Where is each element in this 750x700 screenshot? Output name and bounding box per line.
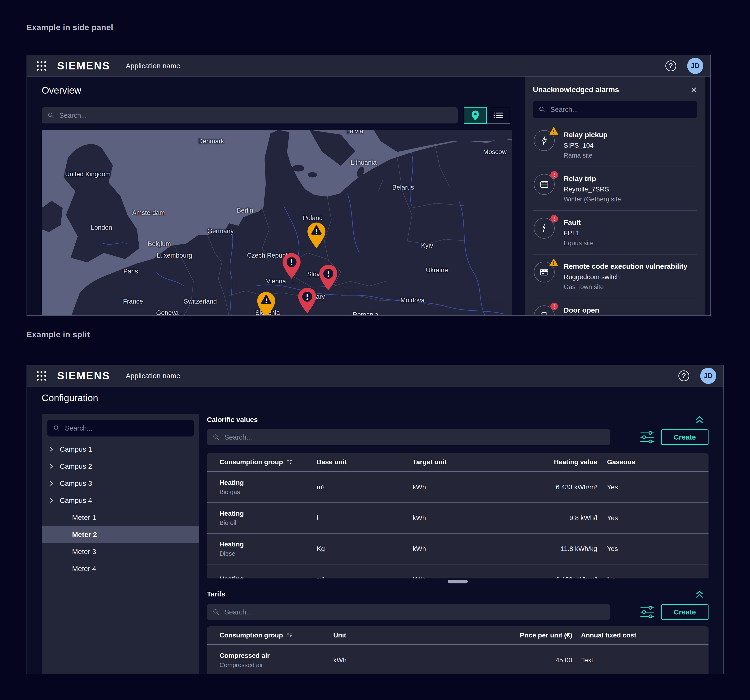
brand-logo: SIEMENS — [57, 370, 110, 382]
map-pin-warning[interactable] — [306, 221, 327, 249]
table-header-row: Consumption group Unit Price per unit (€… — [207, 626, 709, 645]
column-header-annual-fixed-cost[interactable]: Annual fixed cost — [581, 631, 636, 639]
error-badge-icon — [550, 171, 558, 179]
close-icon[interactable]: ✕ — [690, 86, 697, 94]
tree-item-campus-1[interactable]: Campus 1 — [42, 441, 199, 458]
page-title: Configuration — [42, 393, 98, 403]
tree-item-meter-1[interactable]: Meter 1 — [42, 509, 199, 526]
row-target-unit: kWh — [413, 545, 426, 553]
alarm-item[interactable]: Relay pickup SIPS_104 Rama site — [533, 123, 697, 167]
row-gaseous: Yes — [607, 484, 618, 491]
search-input[interactable] — [59, 111, 452, 120]
row-group: Heating — [220, 540, 244, 548]
row-subgroup: Diesel — [220, 550, 244, 557]
row-base-unit: m³ — [317, 576, 324, 579]
chevron-right-icon[interactable] — [49, 497, 60, 504]
filter-icon[interactable] — [640, 606, 655, 619]
row-gaseous: Yes — [607, 514, 618, 522]
app-launcher-icon[interactable] — [36, 371, 47, 381]
map-label: London — [91, 224, 112, 231]
column-header-unit[interactable]: Unit — [333, 631, 346, 639]
tree-item-campus-4[interactable]: Campus 4 — [42, 492, 199, 509]
warning-badge-icon — [549, 127, 558, 135]
tarifs-search-input[interactable] — [224, 608, 604, 616]
section-label-split: Example in split — [26, 330, 90, 339]
search-icon — [48, 112, 54, 118]
table-row[interactable]: Heating Diesel Kg kWh 11.8 kWh/kg Yes — [207, 534, 709, 565]
warning-badge-icon — [549, 258, 558, 266]
tree-item-campus-2[interactable]: Campus 2 — [42, 458, 199, 475]
table-row[interactable]: Heating m³ kWh 6.433 kWh/m³ No — [207, 565, 709, 579]
help-icon[interactable]: ? — [665, 60, 676, 71]
sidebar-search-input[interactable] — [65, 424, 188, 433]
map-pin-error[interactable] — [281, 252, 303, 279]
chevron-right-icon[interactable] — [49, 464, 60, 469]
help-icon[interactable]: ? — [678, 370, 689, 381]
app-launcher-icon[interactable] — [36, 61, 47, 71]
tree-item-meter-3[interactable]: Meter 3 — [42, 543, 199, 560]
alarm-item[interactable]: Relay trip Reyrolle_7SRS Winter (Gethen)… — [533, 167, 697, 211]
avatar[interactable]: JD — [700, 368, 716, 384]
tree-item-meter-2[interactable]: Meter 2 — [42, 526, 199, 543]
tree-item-campus-3[interactable]: Campus 3 — [42, 475, 199, 492]
alarm-source: SIPS_104 — [564, 141, 607, 149]
chevron-right-icon[interactable] — [49, 480, 60, 486]
column-header-gaseous[interactable]: Gaseous — [607, 458, 635, 466]
europe-map[interactable]: Denmark Latvia Moscow Lithuania United K… — [42, 130, 512, 316]
map-label: Moldova — [400, 296, 424, 304]
table-row[interactable]: Compressed air Compressed air kWh 45.00 … — [207, 645, 709, 674]
alarm-site: Rama site — [564, 152, 607, 160]
collapse-icon[interactable] — [696, 416, 704, 424]
row-heating-value: 6.433 kWh/m³ — [556, 576, 597, 579]
column-header-consumption-group[interactable]: Consumption group — [220, 458, 292, 466]
alarm-item[interactable]: Door open FPI 1 — [533, 298, 697, 315]
map-label: Kyiv — [421, 242, 433, 249]
chevron-right-icon[interactable] — [49, 447, 60, 452]
map-pin-error[interactable] — [296, 286, 318, 314]
alarm-source: Ruggedcom switch — [564, 273, 687, 281]
column-header-consumption-group[interactable]: Consumption group — [220, 631, 292, 639]
alarm-title: Remote code execution vulnerability — [564, 262, 687, 271]
row-heating-value: 9.8 kWh/l — [569, 514, 597, 522]
alarm-item[interactable]: Fault FPI 1 Equus site — [533, 211, 697, 255]
alarms-search-input[interactable] — [550, 106, 691, 114]
error-badge-icon — [550, 215, 558, 223]
alarm-title: Fault — [564, 218, 593, 227]
list-view-button[interactable] — [487, 107, 510, 124]
table-row[interactable]: Heating Bio gas m³ kWh 6.433 kWh/m³ Yes — [207, 472, 709, 503]
calorific-section-title: Calorific values — [207, 416, 258, 424]
overview-search — [42, 107, 458, 123]
tree-item-meter-4[interactable]: Meter 4 — [42, 560, 199, 577]
row-group: Heating — [220, 575, 244, 579]
tree-item-label: Meter 3 — [72, 548, 96, 556]
horizontal-scrollbar[interactable] — [448, 580, 468, 583]
create-button[interactable]: Create — [661, 429, 709, 445]
map-label: Germany — [207, 227, 234, 235]
map-label: Belgium — [148, 240, 171, 247]
column-header-base-unit[interactable]: Base unit — [317, 458, 347, 466]
table-row[interactable]: Heating Bio oil l kWh 9.8 kWh/l Yes — [207, 503, 709, 534]
filter-icon[interactable] — [640, 431, 655, 445]
search-icon — [539, 106, 545, 112]
search-icon — [213, 434, 219, 440]
row-group: Heating — [220, 510, 244, 517]
map-pin-warning[interactable] — [255, 290, 277, 316]
row-unit: kWh — [333, 656, 347, 664]
avatar[interactable]: JD — [687, 58, 703, 74]
column-header-price-per-unit[interactable]: Price per unit (€) — [520, 631, 572, 639]
map-label: Denmark — [198, 137, 224, 145]
calorific-search-input[interactable] — [224, 433, 604, 442]
map-pin-error[interactable] — [317, 263, 339, 291]
alarm-item[interactable]: Remote code execution vulnerability Rugg… — [533, 255, 697, 298]
row-price: 45.00 — [556, 656, 572, 664]
lightning-icon — [539, 135, 549, 146]
column-header-heating-value[interactable]: Heating value — [554, 458, 597, 466]
map-view-button[interactable] — [464, 107, 487, 124]
view-toggle — [464, 107, 510, 124]
create-button[interactable]: Create — [661, 604, 709, 620]
collapse-icon[interactable] — [696, 590, 704, 598]
column-header-target-unit[interactable]: Target unit — [413, 458, 447, 466]
city-dot — [180, 313, 182, 315]
alarm-title: Relay pickup — [564, 130, 607, 139]
map-label: United Kingdom — [65, 170, 111, 178]
